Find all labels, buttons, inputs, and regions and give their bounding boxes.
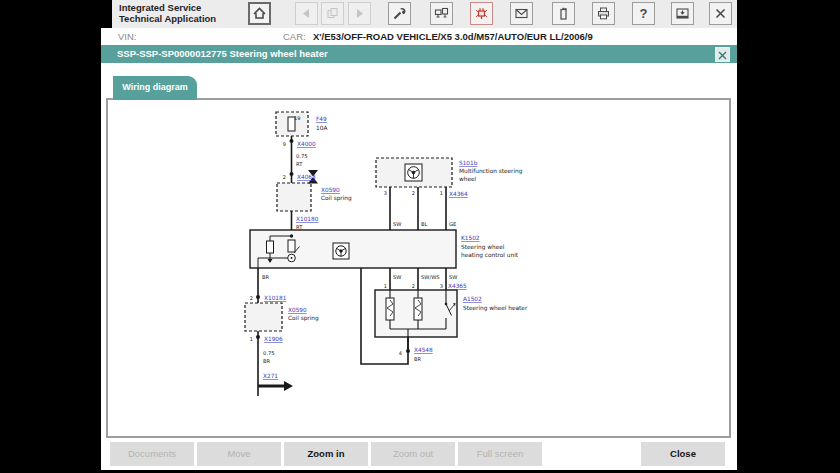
help-button[interactable]: ?: [632, 2, 655, 25]
question-mark-icon: ?: [640, 7, 648, 20]
document-title: SSP-SSP-SP0000012775 Steering wheel heat…: [117, 48, 328, 59]
document-close-button[interactable]: [715, 47, 730, 62]
printer-icon: [596, 6, 611, 21]
app-title-line1: Integrated Service: [119, 2, 216, 13]
corner-filler: [101, 0, 112, 28]
back-arrow-icon: [299, 6, 314, 21]
print-button[interactable]: [592, 2, 615, 25]
app-title-line2: Technical Application: [119, 13, 216, 24]
battery-button[interactable]: [552, 2, 575, 25]
close-button[interactable]: Close: [641, 442, 725, 466]
minimize-button[interactable]: [671, 2, 694, 25]
close-x-icon: [713, 6, 728, 21]
close-icon: [718, 46, 727, 64]
vehicle-info-bar: VIN: CAR: X'/E53/OFF-ROAD VEHICLE/X5 3.0…: [101, 28, 737, 45]
vin-label: VIN:: [118, 31, 136, 42]
battery-icon: [556, 6, 571, 21]
tab-wiring-diagram[interactable]: Wiring diagram: [113, 76, 197, 100]
move-button[interactable]: Move: [197, 442, 281, 466]
connection-button[interactable]: [470, 2, 493, 25]
car-label: CAR:: [283, 31, 306, 42]
home-icon: [252, 6, 267, 21]
car-value: X'/E53/OFF-ROAD VEHICLE/X5 3.0d/M57/AUTO…: [313, 31, 593, 42]
displays-button[interactable]: [430, 2, 453, 25]
header-toolbar: Integrated Service Technical Application: [112, 0, 737, 29]
forward-button[interactable]: [348, 2, 371, 25]
wrench-icon: [392, 6, 407, 21]
envelope-icon: [514, 6, 529, 21]
ista-window: Integrated Service Technical Application: [101, 0, 737, 470]
app-title: Integrated Service Technical Application: [119, 2, 216, 24]
home-button[interactable]: [248, 2, 271, 25]
mail-button[interactable]: [510, 2, 533, 25]
document-title-bar: SSP-SSP-SP0000012775 Steering wheel heat…: [101, 45, 737, 63]
dual-display-icon: [434, 6, 449, 21]
diagram-panel[interactable]: [106, 98, 731, 438]
documents-button[interactable]: Documents: [110, 442, 194, 466]
pages-button[interactable]: [321, 2, 344, 25]
window-arrow-icon: [675, 6, 690, 21]
forward-arrow-icon: [352, 6, 367, 21]
pages-icon: [325, 6, 340, 21]
zoom-out-button[interactable]: Zoom out: [371, 442, 455, 466]
workshop-button[interactable]: [388, 2, 411, 25]
connector-plug-icon: [474, 6, 489, 21]
back-button[interactable]: [295, 2, 318, 25]
full-screen-button[interactable]: Full screen: [458, 442, 542, 466]
exit-button[interactable]: [709, 2, 732, 25]
zoom-in-button[interactable]: Zoom in: [284, 442, 368, 466]
